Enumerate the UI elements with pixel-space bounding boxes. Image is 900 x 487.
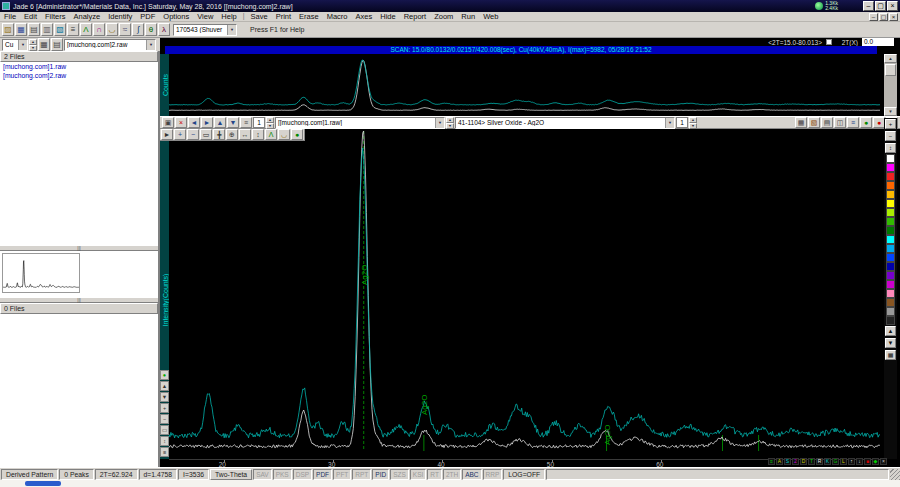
live-icon[interactable]: ●	[160, 370, 169, 380]
palette-color-swatch[interactable]	[886, 163, 895, 172]
plot-hotkey-button[interactable]: ×	[880, 458, 887, 465]
axis-unit-button[interactable]: Two-Theta	[210, 469, 252, 480]
search-combo[interactable]: 170543 (Shuver ▼	[173, 24, 237, 36]
palette-color-swatch[interactable]	[886, 172, 895, 181]
wavelength-icon[interactable]: λ	[158, 23, 170, 36]
file-list[interactable]: [muchong.com]1.raw[muchong.com]2.raw	[0, 62, 158, 245]
status-flag-ksi[interactable]: KSI	[410, 469, 426, 480]
status-flag-rt[interactable]: RT	[427, 469, 442, 480]
palette-color-swatch[interactable]	[886, 298, 895, 307]
palette-color-swatch[interactable]	[886, 271, 895, 280]
phase-index-spinner[interactable]: ▲ ▼	[689, 117, 697, 129]
overlay-index-value[interactable]: 1	[253, 117, 265, 128]
plot-hotkey-button[interactable]: K	[824, 458, 831, 465]
spin-down-icon[interactable]: ▼	[266, 123, 274, 129]
background-tool-icon[interactable]: ◡	[278, 129, 290, 140]
peak-label-tool-icon[interactable]: Λ	[265, 129, 277, 140]
status-flag-pks[interactable]: PKS	[273, 469, 292, 480]
status-flag-dsp[interactable]: DSP	[293, 469, 312, 480]
palette-color-swatch[interactable]	[886, 226, 895, 235]
spin-down-icon[interactable]: ▼	[446, 123, 454, 129]
integrate-icon[interactable]: ∫	[132, 23, 144, 36]
palette-color-swatch[interactable]	[886, 199, 895, 208]
menu-item-axes[interactable]: Axes	[352, 12, 377, 22]
pan-tool-icon[interactable]: ╋	[213, 129, 225, 140]
status-flag-pdf[interactable]: PDF	[313, 469, 332, 480]
palette-color-swatch[interactable]	[886, 316, 895, 325]
y-scale-minus-icon[interactable]: −	[885, 131, 896, 141]
zoom-box-tool-icon[interactable]: ▭	[200, 129, 212, 140]
plot-hotkey-button[interactable]: T	[808, 458, 815, 465]
dropdown-arrow-icon[interactable]: ▼	[665, 118, 674, 128]
apply-icon[interactable]: ●	[860, 117, 872, 128]
color-edit-icon[interactable]: ▦	[885, 350, 896, 360]
offset-down-icon[interactable]: ▼	[227, 117, 239, 128]
file-list-item[interactable]: [muchong.com]1.raw	[0, 62, 158, 71]
nudge-left-icon[interactable]: ◄	[188, 117, 200, 128]
taskbar-fragment[interactable]	[25, 481, 61, 486]
menu-item-save[interactable]: Save	[247, 12, 272, 22]
menu-item-hide[interactable]: Hide	[376, 12, 399, 22]
menu-item-print[interactable]: Print	[272, 12, 295, 22]
dropdown-arrow-icon[interactable]: ▼	[146, 40, 155, 50]
anode-combo[interactable]: Cu ▼	[2, 39, 28, 51]
status-flag-sav[interactable]: SAV	[253, 469, 272, 480]
maximize-button[interactable]: ▢	[875, 1, 886, 11]
phase-index-value[interactable]: 1	[676, 117, 688, 128]
report-icon[interactable]: ▥	[41, 23, 53, 36]
split-view-icon[interactable]: ◫	[834, 117, 846, 128]
menu-item-pdf[interactable]: PDF	[136, 12, 159, 22]
scrollbar-thumb[interactable]	[885, 64, 896, 76]
menu-item-filters[interactable]: Filters	[41, 12, 69, 22]
profile-fit-icon[interactable]: ∩	[93, 23, 105, 36]
peak-id-icon[interactable]: Λ	[80, 23, 92, 36]
status-flag-rrp[interactable]: RRP	[483, 469, 503, 480]
close-button[interactable]: ×	[887, 1, 898, 11]
plot-menu-icon[interactable]: ≡	[160, 447, 169, 457]
crosshair-tool-icon[interactable]: ⊕	[226, 129, 238, 140]
menu-item-identify[interactable]: Identify	[104, 12, 136, 22]
pattern-thumbnail[interactable]	[2, 253, 80, 293]
phase-prev-next-spinner[interactable]: ▲ ▼	[446, 117, 454, 129]
plot-hotkey-button[interactable]: S	[784, 458, 791, 465]
scroll-down-icon[interactable]: ▼	[884, 107, 897, 116]
active-file-combo[interactable]: [muchong.com]2.raw ▼	[64, 39, 156, 51]
main-plot-canvas[interactable]: Ag2OAg2OAg2O	[169, 129, 880, 459]
color-up-icon[interactable]: ▲	[885, 326, 896, 336]
palette-color-swatch[interactable]	[886, 235, 895, 244]
stack-windows-icon[interactable]: ≡	[67, 23, 79, 36]
y-zoom-in-icon[interactable]: +	[160, 403, 169, 413]
status-flag-rpt[interactable]: RPT	[352, 469, 371, 480]
spin-down-icon[interactable]: ▼	[689, 123, 697, 129]
y-zoom-out-icon[interactable]: −	[160, 414, 169, 424]
palette-color-swatch[interactable]	[886, 244, 895, 253]
menu-item-view[interactable]: View	[193, 12, 217, 22]
dropdown-arrow-icon[interactable]: ▼	[18, 40, 27, 50]
scroll-up-icon[interactable]: ▲	[884, 54, 897, 63]
scroll-up-icon[interactable]: ▲	[160, 381, 169, 391]
pan-vertical-icon[interactable]: ↕	[160, 436, 169, 446]
zoom-out-tool-icon[interactable]: −	[187, 129, 199, 140]
overlay-file-combo[interactable]: [[muchong.com]1.raw] ▼	[275, 117, 445, 129]
save-icon[interactable]: ▦	[15, 23, 27, 36]
status-flag-szs[interactable]: SZS	[390, 469, 409, 480]
thumbnail-toggle-icon[interactable]: ▣	[162, 117, 174, 128]
axes-settings-icon[interactable]: ▦	[38, 38, 50, 51]
status-flag-pid[interactable]: PID	[372, 469, 389, 480]
remove-overlay-icon[interactable]: ×	[175, 117, 187, 128]
axis-offset-input[interactable]: 0.0	[862, 38, 894, 46]
status-flag-pft[interactable]: PFT	[333, 469, 351, 480]
axis-checkbox[interactable]	[826, 39, 832, 45]
menu-item-zoom[interactable]: Zoom	[430, 12, 457, 22]
nudge-right-icon[interactable]: ►	[201, 117, 213, 128]
y-scale-plus-icon[interactable]: +	[885, 119, 896, 129]
menu-item-edit[interactable]: Edit	[20, 12, 41, 22]
full-scale-icon[interactable]: ▭	[160, 425, 169, 435]
mdi-close-button[interactable]: ×	[889, 13, 898, 21]
file-list-item[interactable]: [muchong.com]2.raw	[0, 71, 158, 80]
anode-spinner[interactable]: ▲ ▼	[29, 39, 37, 51]
menu-item-options[interactable]: Options	[159, 12, 193, 22]
two-theta-icon[interactable]: θ	[145, 23, 157, 36]
dropdown-arrow-icon[interactable]: ▼	[227, 25, 236, 35]
scrollbar-track[interactable]	[884, 77, 897, 107]
